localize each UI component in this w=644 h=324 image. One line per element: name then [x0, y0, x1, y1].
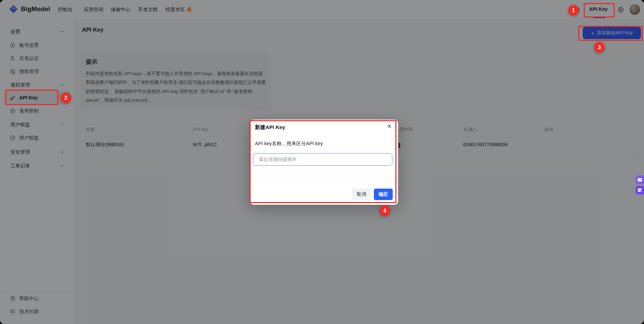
cancel-button[interactable]: 取消: [352, 189, 371, 200]
modal-footer-divider: [250, 180, 398, 180]
close-icon[interactable]: ✕: [385, 122, 393, 130]
new-api-key-modal: 新建API Key ✕ API key名称，用来区分API key 取消 确定: [250, 120, 398, 205]
modal-title: 新建API Key: [255, 124, 285, 131]
confirm-button[interactable]: 确定: [374, 189, 393, 200]
api-key-name-input[interactable]: [253, 153, 392, 166]
step-badge-2: 2: [61, 93, 71, 103]
extension-glyph: 默: [638, 187, 642, 193]
step-badge-3: 3: [594, 42, 605, 53]
api-key-name-field-label: API key名称，用来区分API key: [255, 140, 323, 147]
browser-extension-icon-1[interactable]: [636, 175, 644, 184]
screenshot-frame: BigModel 控制台 应用空间 体验中心 开发文档 特惠专区 🔥 财务 AP…: [0, 0, 644, 324]
browser-extension-icon-2[interactable]: 默: [636, 186, 644, 194]
step-badge-1: 1: [568, 5, 579, 15]
step-badge-4: 4: [380, 205, 390, 216]
robot-face-glyph: [638, 178, 642, 182]
